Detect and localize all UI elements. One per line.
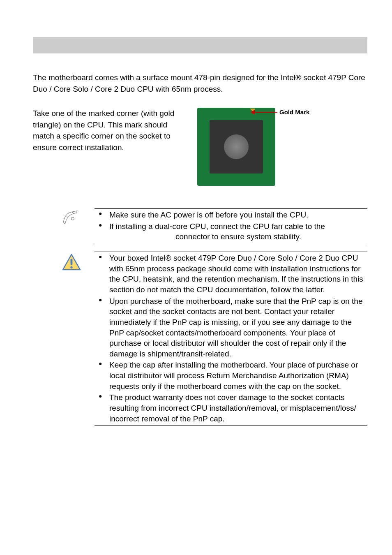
svg-point-0	[71, 217, 74, 220]
arrow-line	[253, 112, 277, 113]
pencil-icon	[62, 210, 79, 226]
warning-block: Your boxed Intel® socket 479P Core Duo /…	[62, 252, 367, 426]
gold-mark-label: Gold Mark	[279, 109, 309, 116]
note-item: Make sure the AC power is off before you…	[95, 210, 367, 220]
svg-rect-1	[71, 259, 73, 265]
note-content: Make sure the AC power is off before you…	[95, 208, 367, 244]
svg-point-2	[70, 266, 72, 268]
header-bar	[33, 37, 367, 53]
instruction-with-image: Take one of the marked corner (with gold…	[33, 108, 367, 186]
warning-icon-column	[62, 252, 86, 426]
cpu-chip-graphic	[197, 108, 275, 186]
note-icon-column	[62, 208, 86, 244]
intro-paragraph: The motherboard comes with a surface mou…	[33, 72, 367, 95]
warning-item: Upon purchase of the motherboard, make s…	[95, 296, 367, 359]
note-block: Make sure the AC power is off before you…	[62, 208, 367, 244]
warning-icon	[62, 253, 81, 271]
warning-item: The product warranty does not cover dama…	[95, 392, 367, 424]
note-item: If installing a dual-core CPU, connect t…	[95, 221, 367, 242]
warning-item: Keep the cap after installing the mother…	[95, 360, 367, 391]
corner-instruction-text: Take one of the marked corner (with gold…	[33, 108, 185, 186]
cpu-image: Gold Mark	[197, 108, 275, 186]
warning-content: Your boxed Intel® socket 479P Core Duo /…	[95, 252, 367, 426]
warning-item: Your boxed Intel® socket 479P Core Duo /…	[95, 253, 367, 295]
